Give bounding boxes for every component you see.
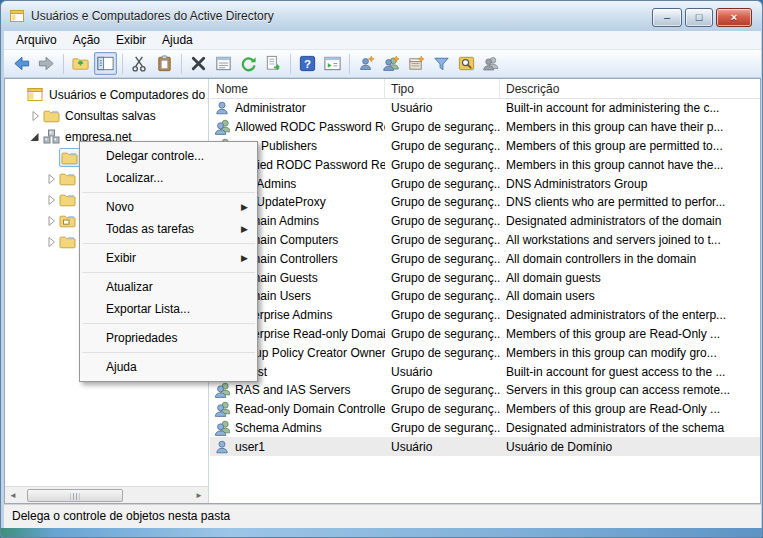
tree-item[interactable]: Consultas salvas [5,105,208,126]
menu-ajuda[interactable]: Ajuda [154,31,201,49]
scrollbar-thumb[interactable] [27,489,123,502]
toolbar-new-user-button[interactable] [355,52,378,75]
cell-type: Grupo de seguranç... [385,195,500,209]
toolbar-paste-button[interactable] [153,52,176,75]
context-menu-item-todas-as-tarefas[interactable]: Todas as tarefas▶ [80,218,257,240]
group-icon [214,382,230,398]
table-row[interactable]: Group Policy Creator OwnersGrupo de segu… [210,343,760,362]
cell-name: user1 [235,440,385,454]
context-menu-item-ajuda[interactable]: Ajuda [80,356,257,378]
export-list-icon [264,54,283,73]
new-group-icon [382,54,401,73]
cell-name: Read-only Domain Controllers [235,402,385,416]
table-row[interactable]: RAS and IAS ServersGrupo de seguranç...S… [210,381,760,400]
toolbar-find-button[interactable] [455,52,478,75]
cell-desc: All domain users [500,289,760,303]
find-icon [457,54,476,73]
table-row[interactable]: Allowed RODC Password Re...Grupo de segu… [210,118,760,137]
table-row[interactable]: DnsUpdateProxyGrupo de seguranç...DNS cl… [210,193,760,212]
menu-acao[interactable]: Ação [65,31,108,49]
table-row[interactable]: Domain ComputersGrupo de seguranç...All … [210,231,760,250]
context-menu-item-atualizar[interactable]: Atualizar [80,276,257,298]
cell-desc: DNS Administrators Group [500,177,760,191]
expander-collapsed-icon[interactable] [43,213,59,229]
expander-expanded-icon[interactable] [27,129,43,145]
cell-desc: Members in this group can modify gro... [500,346,760,360]
toolbar-up-level-button[interactable] [69,52,92,75]
table-row[interactable]: Denied RODC Password Repl...Grupo de seg… [210,155,760,174]
titlebar[interactable]: Usuários e Computadores do Active Direct… [1,1,762,31]
toolbar-select-users-button[interactable] [480,52,503,75]
table-row[interactable]: Domain AdminsGrupo de seguranç...Designa… [210,212,760,231]
toolbar-new-group-button[interactable] [380,52,403,75]
toolbar-show-console-tree-button[interactable] [94,52,117,75]
list-rows: AdministratorUsuárioBuilt-in account for… [210,99,760,503]
table-row[interactable]: AdministratorUsuárioBuilt-in account for… [210,99,760,118]
expander-collapsed-icon[interactable] [43,234,59,250]
context-menu-item-exportar-lista[interactable]: Exportar Lista... [80,298,257,320]
cell-desc: All workstations and servers joined to t… [500,233,760,247]
toolbar-back-button[interactable] [10,52,33,75]
menu-arquivo[interactable]: Arquivo [8,31,65,49]
table-row[interactable]: DnsAdminsGrupo de seguranç...DNS Adminis… [210,174,760,193]
table-row[interactable]: Enterprise Read-only Domai...Grupo de se… [210,325,760,344]
toolbar-forward-button[interactable] [35,52,58,75]
toolbar-filter-button[interactable] [430,52,453,75]
tree-item[interactable]: Usuários e Computadores do Ac [5,84,208,105]
toolbar-new-window-button[interactable] [321,52,344,75]
table-row[interactable]: Schema AdminsGrupo de seguranç...Designa… [210,419,760,438]
paste-icon [155,54,174,73]
menu-separator [82,323,255,324]
toolbar-new-ou-button[interactable] [405,52,428,75]
context-menu-item-exibir[interactable]: Exibir▶ [80,247,257,269]
toolbar-export-list-button[interactable] [262,52,285,75]
context-menu-item-localizar[interactable]: Localizar... [80,167,257,189]
status-bar: Delega o controle de objetos nesta pasta [4,504,761,528]
folder-icon [59,234,76,249]
expander-collapsed-icon[interactable] [43,171,59,187]
context-menu-item-delegar-controle[interactable]: Delegar controle... [80,145,257,167]
status-text: Delega o controle de objetos nesta pasta [12,509,230,523]
table-row[interactable]: Domain ControllersGrupo de seguranç...Al… [210,249,760,268]
context-menu-item-novo[interactable]: Novo▶ [80,196,257,218]
table-row[interactable]: Enterprise AdminsGrupo de seguranç...Des… [210,306,760,325]
submenu-arrow-icon: ▶ [241,247,248,269]
folder-icon [59,192,76,207]
expander-collapsed-icon[interactable] [27,108,43,124]
close-button[interactable]: × [716,8,752,27]
column-header-type[interactable]: Tipo [385,79,500,98]
cell-type: Grupo de seguranç... [385,289,500,303]
table-row[interactable]: GuestUsuárioBuilt-in account for guest a… [210,362,760,381]
minimize-button[interactable]: – [652,8,682,27]
tree-item-body [59,213,81,228]
table-row[interactable]: Read-only Domain ControllersGrupo de seg… [210,400,760,419]
toolbar-separator [349,54,350,74]
expander-collapsed-icon[interactable] [43,192,59,208]
cell-desc: DNS clients who are permitted to perfor.… [500,195,760,209]
table-row[interactable]: Domain GuestsGrupo de seguranç...All dom… [210,268,760,287]
tree-horizontal-scrollbar[interactable]: ◄ ► [5,486,209,503]
table-row[interactable]: Cert PublishersGrupo de seguranç...Membe… [210,137,760,156]
toolbar-cut-button[interactable] [128,52,151,75]
toolbar-help-button[interactable]: ? [296,52,319,75]
table-row[interactable]: user1UsuárioUsuário de Domínio [210,437,760,456]
group-icon [214,401,230,417]
cell-type: Grupo de seguranç... [385,402,500,416]
context-menu-item-propriedades[interactable]: Propriedades [80,327,257,349]
console-window-icon [9,8,25,24]
table-row[interactable]: Domain UsersGrupo de seguranç...All doma… [210,287,760,306]
refresh-icon [239,54,258,73]
caption-buttons: – □ × [652,8,752,27]
toolbar-properties-button[interactable] [212,52,235,75]
toolbar-refresh-button[interactable] [237,52,260,75]
toolbar-delete-button[interactable] [187,52,210,75]
folder-icon [59,171,76,186]
menu-exibir[interactable]: Exibir [108,31,154,49]
cell-type: Grupo de seguranç... [385,177,500,191]
column-header-name[interactable]: Nome [210,79,385,98]
tree-item-body: Usuários e Computadores do Ac [27,87,208,102]
scroll-right-arrow-icon[interactable]: ► [191,488,207,503]
maximize-button[interactable]: □ [685,8,713,27]
column-header-description[interactable]: Descrição [500,79,760,98]
scroll-left-arrow-icon[interactable]: ◄ [5,488,21,503]
